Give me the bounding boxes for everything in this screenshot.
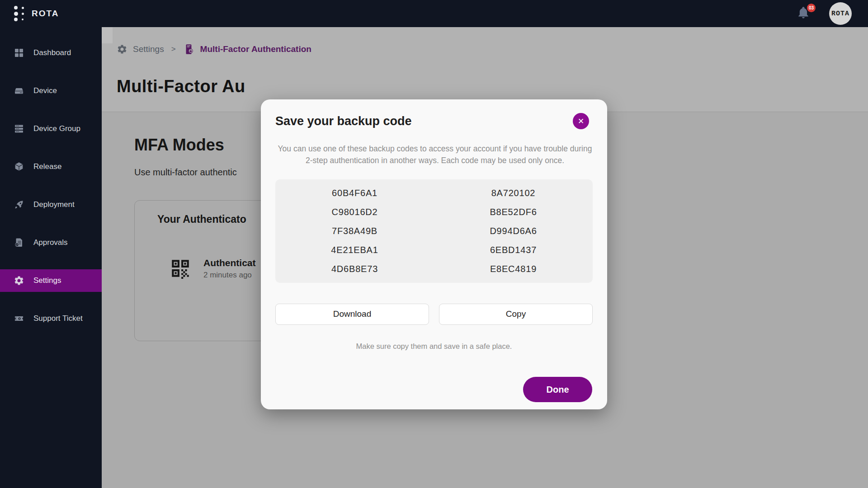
sidebar-item-label: Device Group [33,124,80,133]
backup-code: 7F38A49B [275,226,434,236]
sidebar: Dashboard Device Device Group Release De… [0,27,102,488]
backup-code: E8EC4819 [434,264,593,274]
modal-title: Save your backup code [275,114,412,128]
brand-name: ROTA [32,9,59,19]
backup-code: 6EBD1437 [434,245,593,255]
done-button[interactable]: Done [523,377,592,402]
sidebar-item-settings[interactable]: Settings [0,269,102,292]
sidebar-item-device-group[interactable]: Device Group [0,117,102,140]
breadcrumb-current[interactable]: Multi-Factor Authentication [200,44,311,54]
sidebar-item-label: Support Ticket [33,314,83,323]
sidebar-item-device[interactable]: Device [0,80,102,102]
backup-code: 4D6B8E73 [275,264,434,274]
download-button[interactable]: Download [275,304,429,325]
dashboard-icon [14,47,24,58]
close-icon: ✕ [578,117,584,126]
device-group-icon [14,123,24,134]
modal-description: You can use one of these backup codes to… [275,143,594,167]
backup-codes-panel: 60B4F6A1 8A720102 C98016D2 B8E52DF6 7F38… [275,179,593,283]
release-icon [14,161,24,172]
sidebar-item-label: Device [33,86,57,95]
authenticator-time: 2 minutes ago [203,271,256,280]
topbar: ROTA 03 ROTA [0,0,868,27]
copy-button[interactable]: Copy [439,304,593,325]
sidebar-item-deployment[interactable]: Deployment [0,193,102,216]
approvals-icon [14,237,24,248]
sidebar-item-release[interactable]: Release [0,155,102,178]
sidebar-item-label: Approvals [33,238,68,247]
backup-code: B8E52DF6 [434,207,593,217]
mfa-phone-lock-icon [183,43,195,55]
sidebar-item-dashboard[interactable]: Dashboard [0,42,102,64]
authenticator-name: Authenticat [203,258,256,268]
qr-code-icon [169,257,192,280]
settings-icon [14,275,24,286]
avatar-text: ROTA [831,10,849,18]
sidebar-item-label: Settings [33,276,61,285]
sidebar-item-label: Deployment [33,200,75,209]
notification-badge: 03 [807,4,816,12]
modal-note: Make sure copy them and save in a safe p… [275,342,593,351]
sidebar-item-support-ticket[interactable]: Support Ticket [0,307,102,330]
rota-logo-icon [14,5,24,22]
breadcrumb-settings[interactable]: Settings [133,44,164,54]
backup-code-modal: Save your backup code ✕ You can use one … [261,99,607,409]
backup-code: D994D6A6 [434,226,593,236]
sidebar-item-approvals[interactable]: Approvals [0,231,102,254]
notifications-button[interactable]: 03 [797,5,812,22]
backup-code: C98016D2 [275,207,434,217]
breadcrumb-separator: > [170,45,178,54]
support-ticket-icon [14,313,24,324]
backup-code: 60B4F6A1 [275,188,434,198]
device-icon [14,85,24,96]
settings-gear-icon [117,44,127,55]
backup-code: 4E21EBA1 [275,245,434,255]
close-button[interactable]: ✕ [573,113,589,129]
backup-code: 8A720102 [434,188,593,198]
brand[interactable]: ROTA [14,5,59,22]
sidebar-item-label: Release [33,162,61,171]
deployment-icon [14,199,24,210]
sidebar-item-label: Dashboard [33,48,71,57]
avatar[interactable]: ROTA [829,2,852,25]
breadcrumb: Settings > Multi-Factor Authentication [102,27,868,59]
